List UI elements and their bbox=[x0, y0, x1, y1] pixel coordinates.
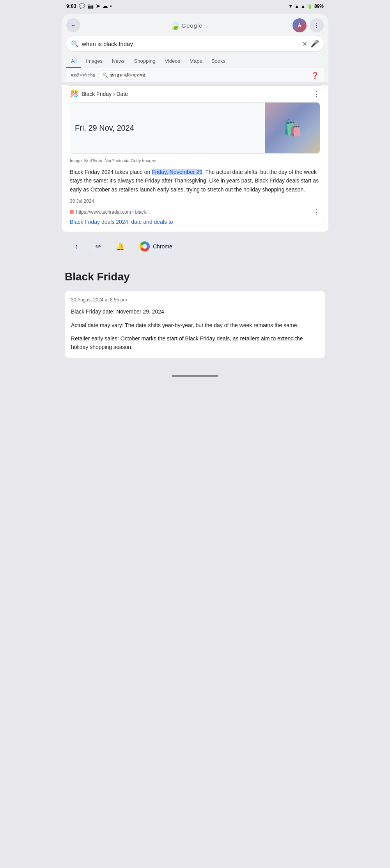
mic-button[interactable]: 🎤 bbox=[310, 39, 319, 48]
wifi-icon: ▼ bbox=[288, 4, 293, 9]
info-item-vary: Actual date may vary: The date shifts ye… bbox=[71, 321, 319, 329]
more-icon: ⋮ bbox=[314, 22, 319, 28]
info-date: 30 August 2024 at 8:55 pm bbox=[71, 297, 319, 303]
chrome-label: Chrome bbox=[153, 243, 172, 250]
article-date: 30 Jul 2024 bbox=[65, 197, 325, 205]
card-emoji: 🎊 bbox=[70, 90, 78, 98]
card-header: 🎊 Black Friday › Date ⋮ bbox=[65, 86, 325, 101]
tab-books[interactable]: Books bbox=[207, 55, 230, 68]
home-bar bbox=[172, 375, 218, 377]
avatar-button[interactable]: A bbox=[292, 18, 307, 32]
search-tabs: All Images News Shopping Videos Maps Boo… bbox=[66, 55, 324, 68]
search-bar[interactable]: 🔍 when is black friday ✕ 🎤 bbox=[66, 36, 324, 51]
google-logo: 🍃 Google bbox=[170, 20, 202, 30]
battery-icon: 🔋 bbox=[307, 4, 313, 9]
logo-area: 🍃 Google bbox=[83, 20, 289, 30]
avatar-initial: A bbox=[298, 23, 301, 28]
source-more-button[interactable]: ⋮ bbox=[313, 208, 320, 216]
tab-maps[interactable]: Maps bbox=[185, 55, 207, 68]
leaf-icon: 🍃 bbox=[170, 20, 181, 30]
edit-button[interactable]: ✏ bbox=[90, 238, 107, 255]
back-icon: ← bbox=[71, 22, 76, 28]
signal2-icon: ▲ bbox=[301, 4, 305, 9]
info-card: 30 August 2024 at 8:55 pm Black Friday d… bbox=[65, 291, 325, 358]
tab-shopping[interactable]: Shopping bbox=[129, 55, 160, 68]
back-button[interactable]: ← bbox=[66, 18, 80, 32]
search-small-icon: 🔍 bbox=[102, 73, 108, 78]
share-button[interactable]: ↑ bbox=[68, 238, 85, 255]
source-info: https://www.techradar.com › black... bbox=[70, 209, 150, 215]
chrome-button[interactable]: Chrome bbox=[133, 238, 179, 255]
shopping-crowd-image bbox=[265, 103, 320, 153]
info-item-date: Black Friday date: November 29, 2024 bbox=[71, 307, 319, 316]
help-icon[interactable]: ❓ bbox=[311, 72, 319, 79]
image-credit: Image: NurPhoto, NurPhoto via Getty Imag… bbox=[65, 157, 325, 166]
cloud-icon: ☁ bbox=[103, 3, 108, 9]
tab-news[interactable]: News bbox=[107, 55, 129, 68]
send-icon: ➤ bbox=[96, 3, 100, 9]
main-content: 🎊 Black Friday › Date ⋮ Fri, 29 Nov, 202… bbox=[62, 85, 328, 232]
bf-section: Black Friday 30 August 2024 at 8:55 pm B… bbox=[58, 261, 332, 370]
card-title: Black Friday › Date bbox=[82, 91, 128, 97]
highlight-date: Friday, November 29 bbox=[152, 169, 202, 175]
whatsapp-icon: 💬 bbox=[79, 3, 85, 9]
translate-text: व्हेन इस ब्लॅक फ्रायडे bbox=[110, 73, 145, 78]
chrome-icon bbox=[140, 241, 150, 252]
clear-button[interactable]: ✕ bbox=[302, 40, 307, 48]
home-indicator bbox=[58, 370, 332, 380]
battery-percent: 89% bbox=[314, 4, 324, 9]
google-text: Google bbox=[181, 22, 202, 29]
notification-button[interactable]: 🔔 bbox=[112, 238, 129, 255]
search-query[interactable]: when is black friday bbox=[82, 41, 299, 47]
tab-all[interactable]: All bbox=[66, 55, 81, 68]
source-link[interactable]: Black Friday deals 2024: date and deals … bbox=[65, 217, 178, 225]
camera-icon: 📷 bbox=[87, 3, 94, 9]
source-icon bbox=[70, 210, 74, 214]
bell-icon: 🔔 bbox=[116, 242, 124, 251]
status-left: 9:03 💬 📷 ➤ ☁ ● bbox=[66, 3, 112, 9]
time: 9:03 bbox=[66, 3, 76, 9]
translate-label: मराठी मध्ये शोधा bbox=[71, 73, 95, 78]
signal-icon: ▲ bbox=[294, 4, 299, 9]
translate-button[interactable]: 🔍 व्हेन इस ब्लॅक फ्रायडे bbox=[98, 71, 149, 80]
source-url: https://www.techradar.com › black... bbox=[76, 209, 150, 215]
action-bar: ↑ ✏ 🔔 Chrome bbox=[62, 233, 328, 260]
knowledge-card: 🎊 Black Friday › Date ⋮ Fri, 29 Nov, 202… bbox=[65, 85, 325, 225]
card-title-row: 🎊 Black Friday › Date bbox=[70, 90, 128, 98]
source-row: https://www.techradar.com › black... ⋮ bbox=[65, 205, 325, 219]
tab-videos[interactable]: Videos bbox=[160, 55, 185, 68]
status-bar: 9:03 💬 📷 ➤ ☁ ● ▼ ▲ ▲ 🔋 89% bbox=[58, 0, 332, 11]
description-text: Black Friday 2024 takes place on Friday,… bbox=[65, 166, 325, 197]
info-item-sales: Retailer early sales: October marks the … bbox=[71, 334, 319, 352]
status-right: ▼ ▲ ▲ 🔋 89% bbox=[288, 4, 324, 9]
search-icon: 🔍 bbox=[71, 40, 79, 48]
bf-title: Black Friday bbox=[65, 271, 325, 283]
browser-chrome: ← 🍃 Google A ⋮ 🔍 when is black friday ✕ … bbox=[62, 14, 328, 82]
date-display: Fri, 29 Nov, 2024 bbox=[70, 102, 320, 154]
black-friday-date: Fri, 29 Nov, 2024 bbox=[75, 124, 134, 133]
dot-icon: ● bbox=[110, 4, 112, 8]
top-nav: ← 🍃 Google A ⋮ bbox=[66, 18, 324, 32]
share-icon: ↑ bbox=[75, 243, 78, 251]
card-more-button[interactable]: ⋮ bbox=[313, 90, 320, 98]
date-text-area: Fri, 29 Nov, 2024 bbox=[70, 103, 265, 153]
tab-images[interactable]: Images bbox=[81, 55, 107, 68]
translate-bar: मराठी मध्ये शोधा 🔍 व्हेन इस ब्लॅक फ्रायड… bbox=[66, 68, 324, 82]
edit-icon: ✏ bbox=[96, 242, 101, 251]
more-button[interactable]: ⋮ bbox=[310, 18, 324, 32]
